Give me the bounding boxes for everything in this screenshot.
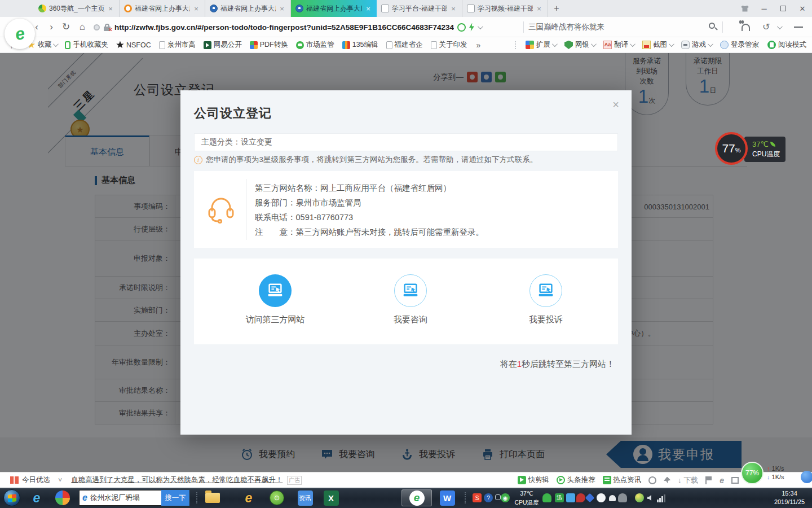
favicon-360search-icon [124,5,132,12]
browser-search-box[interactable]: 三国巅峰战有将你就来 [519,19,727,35]
tray-360-icon[interactable]: ◉ [501,493,510,502]
address-bar[interactable]: ✕ http://zwfw.fjbs.gov.cn/#/person-todo/… [90,19,513,35]
browser-logo[interactable]: e [5,19,35,49]
tab-close-icon[interactable]: × [278,5,286,13]
speed-mode-icon[interactable] [469,23,474,32]
bookmark-netease[interactable]: 网易公开 [204,40,242,50]
taskbar-ie-gold[interactable]: e [239,489,258,506]
chevron-down-icon[interactable] [478,24,483,29]
taskbar-360-safety[interactable] [53,489,72,506]
taskbar-clock[interactable]: 15:34 2019/11/25 [769,489,810,506]
search-icon[interactable] [709,23,718,32]
undo-closed-tab-icon[interactable]: ↺ [762,21,770,32]
url-text[interactable]: http://zwfw.fjbs.gov.cn/#/person-todo/to… [114,23,454,32]
news-headline-link[interactable]: 血糖高遇到了大克星，可以称为天然胰岛素，经常吃血糖不再飙升！ [71,475,283,485]
daily-picks-label[interactable]: 今日优选 [22,475,50,485]
tab-close-icon[interactable]: × [107,5,114,13]
tray-volume-icon[interactable] [646,493,655,502]
tray-wifi-icon[interactable] [542,493,551,502]
taskbar-search-button[interactable]: 搜一下 [161,490,189,506]
ie-compat-icon[interactable]: e [720,476,724,485]
visit-third-party-button[interactable]: 访问第三方网站 [230,274,320,325]
download-button[interactable]: ↓ 下载 [678,475,698,485]
browser-tab-360search[interactable]: 福建省网上办事大厅_360搜 × [120,0,205,17]
tab-close-icon[interactable]: × [192,5,200,13]
search-suggestion-text[interactable]: 三国巅峰战有将你就来 [528,22,709,32]
taskbar-360-browser-active[interactable]: e [401,489,432,506]
bookmark-guanyu[interactable]: 关于印发 [431,40,467,50]
taskbar-ie[interactable]: e [27,489,46,506]
tab-close-icon[interactable]: × [449,5,457,13]
consult-dialog-button[interactable]: 我要咨询 [365,274,456,325]
maximize-button[interactable] [774,0,793,17]
bookmark-market[interactable]: 市场监管 [296,40,334,50]
tray-blue-icon[interactable] [566,493,575,502]
tray-sogou-icon[interactable]: S [473,493,482,502]
browser-tab-fjbs-active[interactable]: 福建省网上办事大厅 × [291,0,377,17]
assistant-ball-icon[interactable] [801,471,812,483]
complaint-dialog-button[interactable]: 我要投诉 [501,274,591,325]
quick-cut-shortcut[interactable]: 快剪辑 [518,475,549,485]
tray-shield-icon[interactable] [576,493,585,502]
browser-tab-360nav[interactable]: 360导航_一个主页，整个世 × [34,0,120,17]
flag-icon[interactable] [705,476,712,484]
tray-360-ball-icon[interactable] [635,493,644,502]
tray-bell-icon[interactable] [608,493,617,502]
taskbar-zixun[interactable]: 资讯 [295,489,315,506]
toolbar-translate[interactable]: Aa翻译 [603,40,634,50]
taskbar-explorer[interactable] [203,489,222,506]
forward-button[interactable]: › [44,20,59,34]
browser-tab-study-platform[interactable]: 学习平台-福建干部网络学 × [377,0,462,17]
browser-tab-fjbs-1[interactable]: 福建省网上办事大厅 × [205,0,291,17]
bookmark-fujian[interactable]: 福建省企 [386,40,423,50]
auto-refresh-icon[interactable] [457,23,466,32]
close-window-button[interactable]: ✕ [793,0,812,17]
taskbar-search-text[interactable]: 徐州水泥厂坍塌 [90,493,140,503]
tray-qw-icon[interactable]: 迅 [555,493,564,502]
history-icon[interactable] [648,476,656,484]
tray-window-icon[interactable] [495,494,501,500]
window-frame-icon[interactable] [731,477,739,484]
taskbar-hotspot[interactable]: ⊙ [267,489,286,506]
minimize-button[interactable]: ─ [754,0,774,17]
bookmark-mobile-favorites[interactable]: 手机收藏夹 [65,40,108,50]
dialog-close-icon[interactable]: × [612,98,619,111]
taskbar-wps[interactable]: W [438,489,457,506]
tab-close-icon[interactable]: × [535,5,543,13]
toolbar-extensions[interactable]: 扩展 [526,40,556,50]
new-tab-button[interactable]: + [548,0,565,17]
taskbar-excel[interactable]: X [321,489,341,506]
net-speed-widget[interactable]: 77% ↑ 1K/s ↓ 1K/s [741,462,784,484]
tab-close-icon[interactable]: × [364,5,372,13]
toolbar-screenshot[interactable]: 截图 [642,40,673,50]
taskbar-search-box[interactable]: e 徐州水泥厂坍塌 搜一下 [79,490,190,506]
desktop-screen: 360导航_一个主页，整个世 × 福建省网上办事大厅_360搜 × 福建省网上办… [0,0,812,508]
chevron-down-icon[interactable] [777,24,783,29]
bookmark-nsfoc[interactable]: NSFOC [116,41,151,49]
collapse-caret[interactable]: ˅ [58,476,62,484]
bookmark-135editor[interactable]: 135编辑 [342,40,378,50]
rocket-icon[interactable] [664,477,670,484]
toutiao-shortcut[interactable]: 头条推荐 [557,475,595,485]
hot-news-shortcut[interactable]: 热点资讯 [603,475,641,485]
site-info-icon[interactable] [94,24,100,30]
toolbar-bank[interactable]: 网银 [564,40,595,50]
tray-cat-icon[interactable] [597,493,606,502]
bookmark-quanzhou[interactable]: 泉州市高 [159,40,196,50]
bookmark-overflow-icon[interactable]: » [476,41,481,50]
tray-cpu-temp[interactable]: 37℃ CPU温度 [512,489,541,507]
theme-skin-button[interactable] [735,0,754,17]
start-button[interactable] [2,489,21,506]
tray-person-icon[interactable] [618,493,627,502]
toolbar-games[interactable]: 游戏 [681,40,712,50]
toolbar-password-manager[interactable]: 登录管家 [720,40,759,50]
refresh-button[interactable]: ↻ [59,20,73,34]
home-button[interactable]: ⌂ [75,20,90,34]
browser-tab-study-video[interactable]: 学习视频-福建干部网络学 × [462,0,548,17]
tray-help-icon[interactable]: ? [484,493,493,502]
bookmark-pdf[interactable]: PDF转换 [250,40,288,50]
toolbar-reading-mode[interactable]: 阅读模式 [767,40,806,50]
cpu-monitor-widget[interactable]: 77% 37℃ CPU温度 [715,132,785,165]
tray-diamond-icon[interactable] [585,493,595,503]
tray-network-icon[interactable] [656,493,665,502]
